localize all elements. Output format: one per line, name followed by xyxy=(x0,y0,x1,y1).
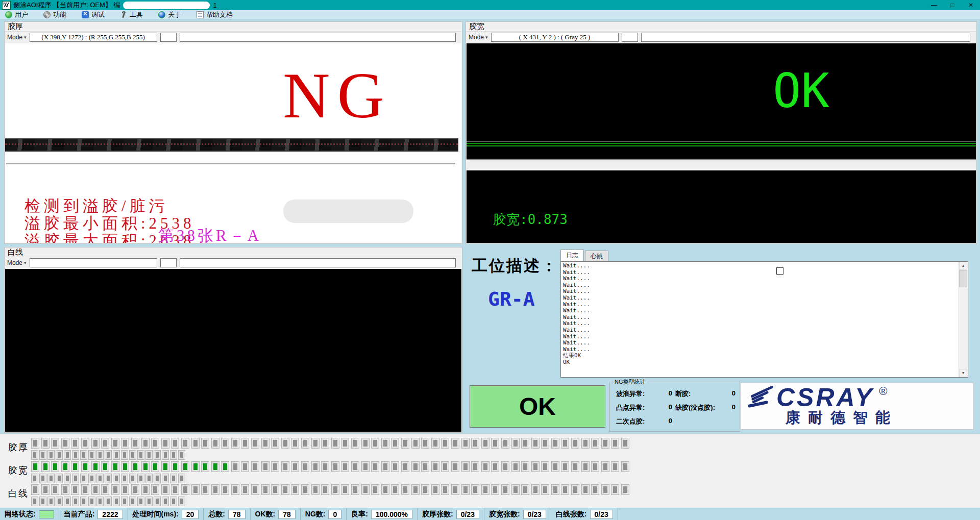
progress-cell xyxy=(482,438,489,448)
mode-dropdown[interactable]: Mode xyxy=(7,259,27,266)
scroll-down-icon[interactable] xyxy=(959,369,967,377)
status-value: 2222 xyxy=(97,510,122,519)
mode-dropdown[interactable]: Mode xyxy=(469,34,488,41)
status-value: 78 xyxy=(278,510,296,519)
progress-cell xyxy=(412,485,419,494)
progress-cell xyxy=(332,485,339,494)
progress-cell xyxy=(105,451,111,459)
progress-cell xyxy=(561,485,569,494)
scroll-up-icon[interactable] xyxy=(959,262,967,270)
progress-cell xyxy=(97,451,103,459)
inspection-image[interactable]: OK 胶宽:0.873 xyxy=(467,43,976,243)
progress-cell xyxy=(542,462,549,472)
progress-row xyxy=(32,497,187,506)
menu-item-功能[interactable]: 功能 xyxy=(43,10,66,19)
progress-cell xyxy=(182,485,189,494)
logo-subtitle: 康耐德智能 xyxy=(786,408,973,428)
progress-cell xyxy=(341,462,349,472)
log-list[interactable]: Wait....Wait....Wait....Wait....Wait....… xyxy=(560,261,968,378)
progress-cell xyxy=(262,438,269,448)
value-box xyxy=(622,33,638,42)
progress-cell xyxy=(452,438,459,448)
checkbox[interactable] xyxy=(776,267,783,275)
inspection-image[interactable]: NG 检测到溢胶/脏污 溢胶最小面积:2538 溢胶最大面积:2638 第38张… xyxy=(5,43,461,243)
progress-cell xyxy=(262,485,269,494)
progress-group-label: 白线 xyxy=(8,487,29,500)
about-icon xyxy=(158,11,165,18)
progress-cell xyxy=(291,438,299,448)
progress-cell xyxy=(432,462,439,472)
menu-item-帮助文档[interactable]: 帮助文档 xyxy=(197,10,233,19)
logo-swoosh-icon xyxy=(747,386,776,409)
title-redaction xyxy=(123,2,210,9)
vendor-logo: CSRAY ® 康耐德智能 xyxy=(740,383,973,430)
progress-area: 胶厚胶宽白线 xyxy=(0,434,980,508)
tab-日志[interactable]: 日志 xyxy=(560,250,584,261)
progress-cell xyxy=(112,485,119,494)
log-entry: Wait.... xyxy=(563,302,958,308)
progress-cell xyxy=(492,485,499,494)
progress-cell xyxy=(142,485,149,494)
close-button[interactable]: ✕ xyxy=(962,0,980,10)
progress-cell xyxy=(179,497,185,506)
tab-心跳[interactable]: 心跳 xyxy=(585,251,608,261)
maximize-button[interactable]: □ xyxy=(943,0,962,10)
white-line-panel: 白线 Mode xyxy=(4,247,462,433)
progress-cell xyxy=(138,451,144,459)
mode-row: Mode ( X 431, Y 2 ) : ( Gray 25 ) xyxy=(466,32,976,43)
scroll-thumb[interactable] xyxy=(959,270,967,287)
glue-width-panel: 胶宽 Mode ( X 431, Y 2 ) : ( Gray 25 ) OK … xyxy=(465,21,977,244)
progress-cell xyxy=(42,485,49,494)
menu-item-关于[interactable]: 关于 xyxy=(158,10,181,19)
progress-cell xyxy=(152,462,159,472)
log-entry: Wait.... xyxy=(563,334,958,340)
station-label: 工位描述： xyxy=(472,255,558,277)
progress-cell xyxy=(52,438,59,448)
progress-cell xyxy=(82,485,89,494)
progress-cell xyxy=(422,462,429,472)
progress-cell xyxy=(182,438,189,448)
menu-item-label: 工具 xyxy=(130,10,143,19)
progress-cell xyxy=(452,485,459,494)
log-entry: Wait.... xyxy=(563,295,958,302)
progress-cell xyxy=(170,451,177,459)
progress-cell xyxy=(172,438,179,448)
status-label: 处理时间(ms): xyxy=(133,510,179,519)
menu-item-用户[interactable]: 用户 xyxy=(5,10,28,19)
minimize-button[interactable]: — xyxy=(925,0,943,10)
mode-row: Mode xyxy=(5,257,462,268)
progress-cell xyxy=(272,485,279,494)
progress-row xyxy=(32,438,632,448)
progress-cell xyxy=(121,485,129,494)
progress-cell xyxy=(282,485,289,494)
frame-overlay-text: 第38张R－A xyxy=(158,225,261,243)
menu-item-调试[interactable]: 调试 xyxy=(82,10,105,19)
progress-cell xyxy=(352,485,359,494)
progress-cell xyxy=(561,438,569,448)
scrollbar[interactable] xyxy=(959,262,968,377)
progress-cell xyxy=(212,462,219,472)
progress-cell xyxy=(442,462,449,472)
status-item: NG数:0 xyxy=(301,508,347,520)
progress-cell xyxy=(62,462,69,472)
progress-cell xyxy=(72,474,79,483)
status-value: 100.000% xyxy=(371,510,412,519)
user-icon xyxy=(5,11,12,18)
status-label: 网络状态: xyxy=(5,510,36,519)
inspection-image[interactable] xyxy=(5,269,461,432)
ng-stat-label: 二次点胶: xyxy=(616,417,645,426)
log-entry: Wait.... xyxy=(563,320,958,327)
progress-cell xyxy=(172,462,179,472)
progress-cell xyxy=(582,438,589,448)
progress-cell xyxy=(252,462,259,472)
progress-cell xyxy=(382,438,389,448)
edge-line xyxy=(6,163,455,164)
progress-cell xyxy=(402,438,409,448)
mode-dropdown[interactable]: Mode xyxy=(7,34,27,41)
progress-cell xyxy=(121,474,128,483)
log-entry: 结果OK xyxy=(563,353,958,359)
log-entry: Wait.... xyxy=(563,314,958,321)
progress-cell xyxy=(262,462,269,472)
progress-cell xyxy=(71,438,79,448)
menu-item-工具[interactable]: 工具 xyxy=(120,10,143,19)
